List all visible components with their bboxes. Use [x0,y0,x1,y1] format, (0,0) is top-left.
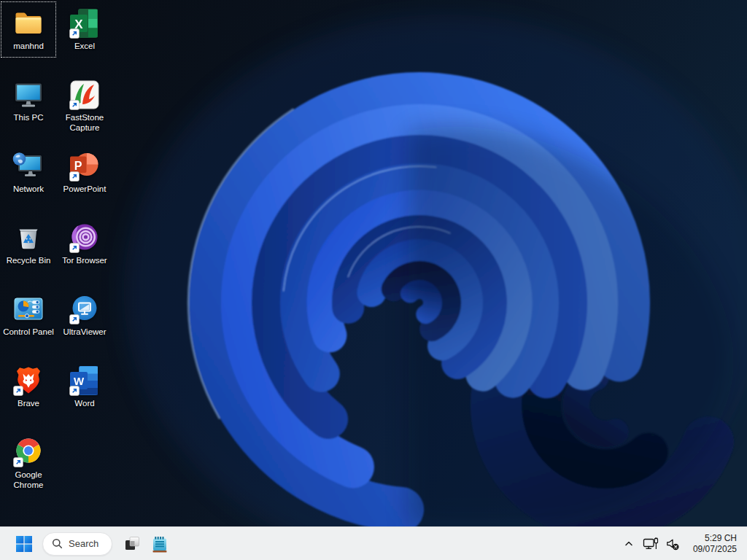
task-view-button[interactable] [118,530,146,558]
desktop-icon-label: UltraViewer [57,327,112,338]
taskbar-search[interactable]: Search [42,532,112,556]
desktop-icon-faststone-capture[interactable]: FastStone Capture [57,73,112,140]
tray-show-hidden-icons-button[interactable] [619,532,639,556]
system-tray: 5:29 CH 09/07/2025 [619,532,740,556]
desktop-icon-ultraviewer[interactable]: UltraViewer [57,287,112,354]
desktop-icon-label: Excel [57,42,112,52]
desktop-icon-label: Tor Browser [57,256,112,266]
search-label: Search [69,538,98,549]
search-icon [52,538,63,549]
desktop-icon-label: manhnd [1,42,56,52]
desktop-icon-label: Recycle Bin [1,256,56,266]
desktop-icon-label: Word [57,399,112,409]
desktop-icon-label: This PC [1,113,56,123]
desktop-icon-powerpoint[interactable]: P PowerPoint [57,144,112,211]
desktop-icon-this-pc[interactable]: This PC [1,73,56,140]
control-panel-icon [12,293,44,325]
desktop-icon-label: Network [1,184,56,195]
desktop-icon-label: Google Chrome [1,470,56,490]
google-chrome-icon [12,436,44,468]
faststone-capture-icon [69,79,101,111]
folder-icon [12,7,44,39]
tray-network-button[interactable] [640,532,661,556]
desktop-icon-control-panel[interactable]: Control Panel [1,287,56,354]
tor-browser-icon [69,222,101,254]
desktop-icon-tor-browser[interactable]: Tor Browser [57,216,112,283]
desktop-icon-manhnd[interactable]: manhnd [1,1,56,69]
task-view-icon [123,534,142,553]
powerpoint-icon: P [69,150,101,182]
notepad-icon [150,534,169,553]
excel-icon: X [69,7,101,39]
desktop-icon-label: Brave [1,399,56,409]
ultraviewer-icon [69,293,101,325]
taskbar: Search [0,526,747,560]
windows-start-icon [15,535,33,553]
desktop-icon-recycle-bin[interactable]: Recycle Bin [1,216,56,283]
desktop-icon-excel[interactable]: X Excel [57,1,112,69]
desktop-icon-brave[interactable]: Brave [1,359,56,426]
word-icon: W [69,365,101,397]
this-pc-icon [12,79,44,111]
taskbar-clock[interactable]: 5:29 CH 09/07/2025 [690,532,740,556]
ethernet-network-icon [643,537,659,551]
tray-time: 5:29 CH [693,533,737,544]
desktop-icon-label: PowerPoint [57,184,112,195]
tray-volume-button[interactable] [662,532,683,556]
tray-date: 09/07/2025 [693,544,737,555]
brave-icon [12,365,44,397]
start-button[interactable] [10,530,38,558]
desktop-icon-google-chrome[interactable]: Google Chrome [1,430,56,497]
desktop-icon-label: Control Panel [1,327,56,338]
desktop-icon-word[interactable]: W Word [57,359,112,426]
taskbar-app-notepad[interactable] [146,530,174,558]
windows-desktop: manhnd This PC [0,0,747,560]
svg-text:P: P [74,160,82,172]
recycle-bin-icon [12,222,44,254]
volume-muted-icon [665,537,680,551]
chevron-up-icon [624,540,633,547]
desktop-icon-label: FastStone Capture [57,113,112,133]
svg-text:W: W [74,375,85,387]
network-icon [12,150,44,182]
desktop-icon-network[interactable]: Network [1,144,56,211]
